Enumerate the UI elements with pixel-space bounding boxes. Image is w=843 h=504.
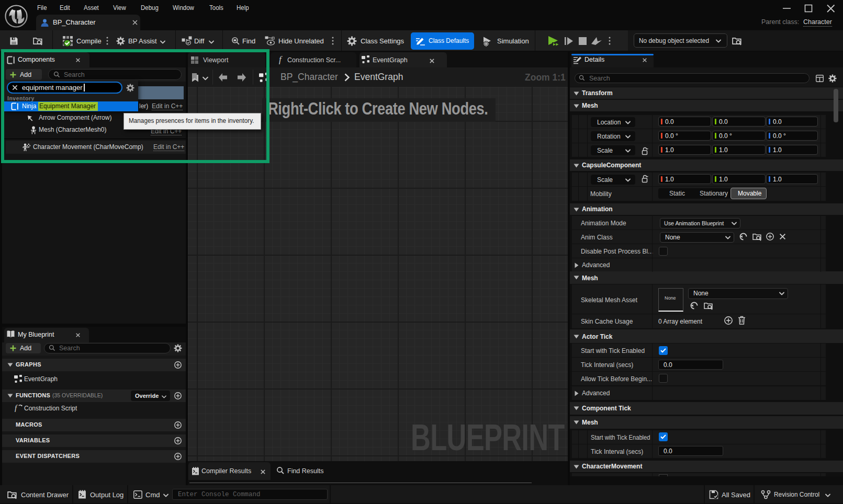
svg-text:f: f	[15, 404, 18, 412]
svg-text:f: f	[279, 55, 283, 64]
